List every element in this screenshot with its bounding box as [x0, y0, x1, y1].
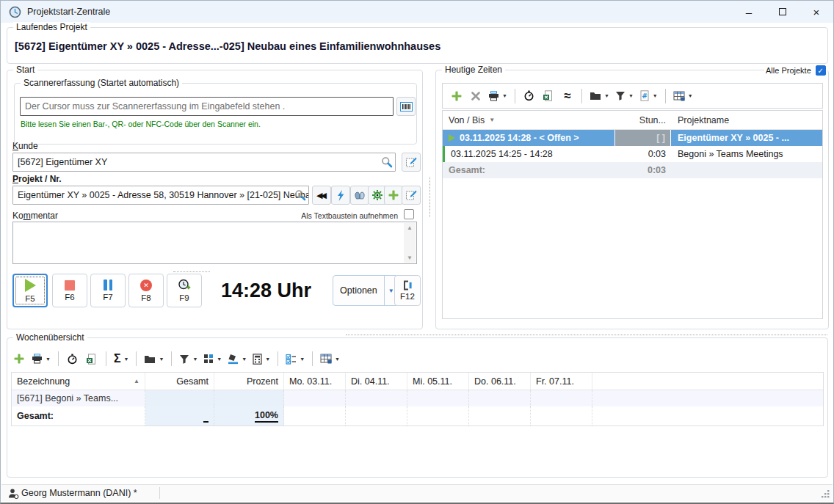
- vertical-splitter-grip[interactable]: [429, 177, 430, 217]
- cell-day: [346, 390, 407, 406]
- sum-button[interactable]: Σ▼: [112, 350, 131, 368]
- table-row[interactable]: [5671] Begoni » Teams...: [12, 390, 823, 406]
- cell-stunden: [ ]: [614, 130, 671, 146]
- table-settings-button[interactable]: ▼: [319, 350, 341, 368]
- folder-button[interactable]: ▼: [142, 350, 165, 368]
- column-mi[interactable]: Mi. 05.11.: [407, 373, 469, 390]
- manual-entry-button[interactable]: [350, 186, 369, 205]
- table-row[interactable]: 03.11.2025 14:28 - < Offen > [ ] Eigentü…: [443, 130, 822, 146]
- table-settings-button[interactable]: ▼: [672, 87, 695, 105]
- search-icon[interactable]: [294, 189, 306, 201]
- minimize-button[interactable]: –: [732, 1, 766, 23]
- horizontal-splitter-grip[interactable]: [346, 335, 827, 335]
- filter-button[interactable]: ▼: [178, 350, 199, 368]
- column-gesamt[interactable]: Gesamt: [145, 373, 214, 390]
- chevron-down-icon[interactable]: ▼: [628, 93, 634, 98]
- table-header[interactable]: Bezeichnung▲ Gesamt Prozent Mo. 03.11. D…: [12, 373, 823, 390]
- folder-button[interactable]: ▼: [588, 87, 611, 105]
- excel-export-button[interactable]: [84, 350, 100, 368]
- add-time-f9-button[interactable]: F9: [167, 274, 202, 307]
- filter-icon: [615, 91, 626, 101]
- maximize-button[interactable]: [766, 1, 799, 23]
- chevron-down-icon[interactable]: ▼: [124, 357, 129, 362]
- total-label: Gesamt:: [443, 165, 614, 175]
- start-f5-button[interactable]: F5: [12, 274, 48, 307]
- splitter-grip[interactable]: [173, 271, 210, 272]
- excel-export-button[interactable]: [540, 87, 556, 105]
- column-stunden[interactable]: Stun...: [614, 115, 671, 125]
- add-project-button[interactable]: [384, 186, 403, 205]
- optionen-button[interactable]: Optionen ▼: [333, 275, 399, 306]
- resize-grip-icon[interactable]: [822, 490, 830, 499]
- checklist-button[interactable]: ▼: [284, 350, 306, 368]
- textbaustein-checkbox[interactable]: [404, 209, 414, 219]
- column-do[interactable]: Do. 06.11.: [469, 373, 531, 390]
- approximate-button[interactable]: ≈: [559, 87, 576, 105]
- column-mo[interactable]: Mo. 03.11.: [284, 373, 346, 390]
- timer-icon: [67, 354, 78, 365]
- calculator-button[interactable]: ▼: [251, 350, 272, 368]
- kommentar-scrollbar[interactable]: ▲▼: [404, 223, 416, 263]
- scanner-input[interactable]: Der Cursor muss zur Scannererfassung im …: [20, 97, 394, 116]
- optionen-button-label: Optionen: [333, 276, 384, 305]
- kunde-edit-button[interactable]: [402, 153, 421, 172]
- textbaustein-label: Als Textbaustein aufnehmen: [233, 211, 398, 220]
- column-bezeichnung[interactable]: Bezeichnung▲: [12, 373, 145, 390]
- table-row[interactable]: 03.11.2025 14:25 - 14:28 0:03 Begoni » T…: [443, 146, 822, 162]
- chevron-down-icon[interactable]: ▼: [217, 357, 222, 362]
- print-icon: [488, 91, 499, 101]
- cell-gesamt: [145, 390, 214, 406]
- chevron-down-icon[interactable]: ▼: [502, 93, 507, 98]
- chevron-down-icon[interactable]: ▼: [300, 357, 305, 362]
- print-button[interactable]: ▼: [487, 87, 509, 105]
- number-format-button[interactable]: #▼: [638, 87, 659, 105]
- column-di[interactable]: Di. 04.11.: [346, 373, 407, 390]
- chevron-down-icon[interactable]: ▼: [604, 93, 609, 98]
- delete-button[interactable]: [468, 87, 484, 105]
- filter-button[interactable]: ▼: [614, 87, 635, 105]
- chevron-down-icon[interactable]: ▼: [159, 357, 164, 362]
- timer-button[interactable]: [521, 87, 537, 105]
- search-icon[interactable]: [381, 156, 393, 168]
- chevron-down-icon[interactable]: ▼: [335, 357, 340, 362]
- timer-button[interactable]: [65, 350, 81, 368]
- projekt-input[interactable]: Eigentümer XY » 0025 - Adresse 58, 30519…: [12, 186, 309, 205]
- f12-label: F12: [400, 292, 415, 301]
- cancel-f8-button[interactable]: ✕ F8: [128, 274, 164, 307]
- barcode-button[interactable]: [396, 97, 416, 116]
- pause-f7-button[interactable]: F7: [90, 274, 126, 307]
- kunde-input[interactable]: [5672] Eigentümer XY: [12, 153, 396, 172]
- chevron-down-icon[interactable]: ▼: [46, 357, 51, 362]
- column-prozent[interactable]: Prozent: [214, 373, 284, 390]
- add-button[interactable]: [11, 350, 27, 368]
- quick-start-button[interactable]: [331, 186, 350, 205]
- add-button[interactable]: [449, 87, 465, 105]
- print-button[interactable]: ▼: [30, 350, 52, 368]
- chevron-down-icon[interactable]: ▼: [653, 93, 658, 98]
- scroll-up-icon[interactable]: ▲: [407, 224, 413, 231]
- kunde-label: Kunde: [12, 141, 38, 151]
- previous-project-button[interactable]: ◀◀: [312, 186, 331, 205]
- kommentar-textarea[interactable]: ▲▼: [12, 222, 417, 264]
- close-button[interactable]: ×: [799, 1, 833, 23]
- chevron-down-icon[interactable]: ▼: [242, 357, 247, 362]
- exit-f12-button[interactable]: F12: [394, 275, 421, 306]
- fill-chart-button[interactable]: ▼: [226, 350, 248, 368]
- scroll-down-icon[interactable]: ▼: [407, 255, 413, 261]
- cell-day: [469, 390, 531, 406]
- alle-projekte-checkbox[interactable]: ✓: [816, 65, 826, 76]
- group-button[interactable]: ▼: [202, 350, 223, 368]
- column-fr[interactable]: Fr. 07.11.: [531, 373, 592, 390]
- projekt-edit-button[interactable]: [402, 186, 421, 205]
- column-projektname[interactable]: Projektname: [671, 115, 822, 125]
- stop-f6-button[interactable]: F6: [52, 274, 87, 307]
- projekt-input-text: Eigentümer XY » 0025 - Adresse 58, 30519…: [18, 190, 309, 200]
- chevron-down-icon[interactable]: ▼: [688, 93, 693, 98]
- chevron-down-icon[interactable]: ▼: [265, 357, 270, 362]
- table-header[interactable]: Von / Bis▼ Stun... Projektname: [443, 111, 822, 130]
- projekt-label: Projekt / Nr.: [12, 174, 62, 184]
- column-von-bis[interactable]: Von / Bis▼: [443, 115, 614, 125]
- scanner-hint: Bitte lesen Sie einen Bar-, QR- oder NFC…: [21, 120, 261, 128]
- chevron-down-icon[interactable]: ▼: [192, 357, 197, 362]
- wochenuebersicht-label: Wochenübersicht: [13, 332, 87, 343]
